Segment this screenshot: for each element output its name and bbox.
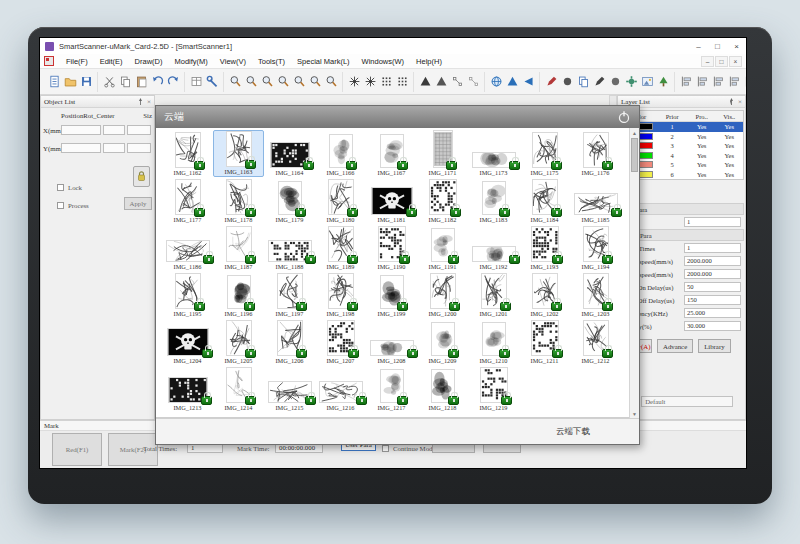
cloud-image-item[interactable]: IMG_1203 [570, 271, 621, 318]
maximize-button[interactable]: □ [708, 38, 727, 54]
power-icon[interactable] [617, 110, 631, 124]
zoom-dynamic-icon[interactable] [324, 74, 339, 89]
cloud-image-item[interactable]: IMG_1197 [264, 271, 315, 318]
cloud-dialog-titlebar[interactable]: 云端 [156, 106, 639, 128]
aspect-lock-button[interactable] [133, 166, 150, 187]
cut-icon[interactable] [102, 74, 117, 89]
cloud-image-item[interactable]: IMG_1180 [315, 177, 366, 224]
cloud-image-item[interactable]: IMG_1181 [366, 177, 417, 224]
laser-triangle-icon[interactable] [505, 74, 520, 89]
continue-mode-checkbox[interactable] [382, 445, 389, 452]
cloud-image-item[interactable]: IMG_1178 [213, 177, 264, 224]
menu-edit[interactable]: Edit(E) [94, 57, 129, 66]
object-table-icon[interactable] [189, 74, 204, 89]
fill-grid-icon[interactable] [379, 74, 394, 89]
cloud-image-item[interactable]: IMG_1186 [162, 224, 213, 271]
new-file-icon[interactable] [47, 74, 62, 89]
cloud-image-item[interactable]: IMG_1210 [468, 318, 519, 365]
zoom-one-to-one-icon[interactable] [308, 74, 323, 89]
y-rot-input[interactable] [103, 143, 125, 153]
cloud-image-item[interactable]: IMG_1206 [264, 318, 315, 365]
advance-button[interactable]: Advance [657, 339, 693, 353]
menu-draw[interactable]: Draw(D) [129, 57, 169, 66]
align-left-icon[interactable] [679, 74, 694, 89]
dark-circle-icon[interactable] [560, 74, 575, 89]
mark-frame-icon[interactable] [363, 74, 378, 89]
cloud-image-item[interactable]: IMG_1196 [213, 271, 264, 318]
x-position-input[interactable] [61, 125, 101, 135]
cloud-image-item[interactable]: IMG_1201 [468, 271, 519, 318]
x-rot-input[interactable] [103, 125, 125, 135]
settings-wrench-icon[interactable] [205, 74, 220, 89]
menu-help[interactable]: Help(H) [410, 57, 448, 66]
paste-icon[interactable] [134, 74, 149, 89]
array-grid-icon[interactable] [395, 74, 410, 89]
cloud-image-item[interactable]: IMG_1198 [315, 271, 366, 318]
lock-checkbox[interactable] [57, 184, 64, 191]
param-value-input[interactable]: 25.000 [684, 308, 741, 318]
cloud-image-item[interactable]: IMG_1183 [468, 177, 519, 224]
cloud-image-item[interactable]: IMG_1218 [417, 365, 468, 412]
param-value-input[interactable]: 2000.000 [684, 269, 741, 279]
param-value-input[interactable]: 150 [684, 295, 741, 305]
scroll-up-icon[interactable]: ▲ [630, 128, 639, 137]
param-value-input[interactable]: 50 [684, 282, 741, 292]
menu-windows[interactable]: Windows(W) [356, 57, 411, 66]
scrollbar-thumb[interactable] [631, 138, 638, 172]
cloud-image-item[interactable]: IMG_1207 [315, 318, 366, 365]
cloud-image-item[interactable]: IMG_1204 [162, 318, 213, 365]
cloud-image-item[interactable]: IMG_1209 [417, 318, 468, 365]
mark-preview-icon[interactable] [347, 74, 362, 89]
simulate-globe-icon[interactable] [489, 74, 504, 89]
param-value-input[interactable]: 30.000 [684, 321, 741, 331]
align-right-icon[interactable] [711, 74, 726, 89]
cloud-image-item[interactable]: IMG_1185 [570, 177, 621, 224]
cloud-image-item[interactable]: IMG_1200 [417, 271, 468, 318]
cloud-image-item[interactable]: IMG_1177 [162, 177, 213, 224]
copy-object-icon[interactable] [576, 74, 591, 89]
cloud-image-item[interactable]: IMG_1211 [519, 318, 570, 365]
cloud-image-item[interactable]: IMG_1192 [468, 224, 519, 271]
align-top-icon[interactable] [727, 74, 742, 89]
redo-icon[interactable] [166, 74, 181, 89]
mdi-minimize-button[interactable]: – [701, 56, 714, 67]
close-panel-icon[interactable]: × [738, 98, 742, 106]
cloud-image-item[interactable]: IMG_1217 [366, 365, 417, 412]
menu-view[interactable]: View(V) [214, 57, 252, 66]
cloud-image-item[interactable]: IMG_1162 [162, 130, 213, 177]
menu-special-mark[interactable]: Special Mark(L) [291, 57, 356, 66]
cloud-download-button[interactable]: 云端下载 [556, 426, 590, 438]
scroll-down-icon[interactable]: ▼ [630, 409, 639, 418]
cursor-arrow-icon[interactable] [592, 74, 607, 89]
hatch-icon[interactable] [418, 74, 433, 89]
cloud-image-item[interactable]: IMG_1171 [417, 130, 468, 177]
library-button[interactable]: Library [698, 339, 730, 353]
param-value-input[interactable]: 1 [684, 243, 741, 253]
cloud-image-item[interactable]: IMG_1189 [315, 224, 366, 271]
cloud-image-item[interactable]: IMG_1193 [519, 224, 570, 271]
cloud-image-item[interactable]: IMG_1175 [519, 130, 570, 177]
zoom-selection-icon[interactable] [292, 74, 307, 89]
zoom-out-icon[interactable] [244, 74, 259, 89]
apply-button[interactable]: Apply [124, 197, 152, 210]
cloud-image-item[interactable]: IMG_1213 [162, 365, 213, 412]
cloud-image-item[interactable]: IMG_1179 [264, 177, 315, 224]
cloud-image-item[interactable]: IMG_1194 [570, 224, 621, 271]
cloud-image-item[interactable]: IMG_1166 [315, 130, 366, 177]
cloud-image-item[interactable]: IMG_1199 [366, 271, 417, 318]
cloud-image-item[interactable]: IMG_1184 [519, 177, 570, 224]
cloud-image-item[interactable]: IMG_1187 [213, 224, 264, 271]
save-file-icon[interactable] [79, 74, 94, 89]
cloud-image-item[interactable]: IMG_1191 [417, 224, 468, 271]
cloud-image-item[interactable]: IMG_1215 [264, 365, 315, 412]
menu-file[interactable]: File(F) [60, 57, 94, 66]
cloud-image-item[interactable]: IMG_1173 [468, 130, 519, 177]
close-panel-icon[interactable]: × [147, 98, 151, 106]
cloud-image-item[interactable]: IMG_1195 [162, 271, 213, 318]
cloud-image-item[interactable]: IMG_1167 [366, 130, 417, 177]
align-center-h-icon[interactable] [695, 74, 710, 89]
menu-modify[interactable]: Modify(M) [169, 57, 214, 66]
param-value-input[interactable]: 2000.000 [684, 256, 741, 266]
y-size-input[interactable] [127, 143, 151, 153]
zoom-all-icon[interactable] [276, 74, 291, 89]
